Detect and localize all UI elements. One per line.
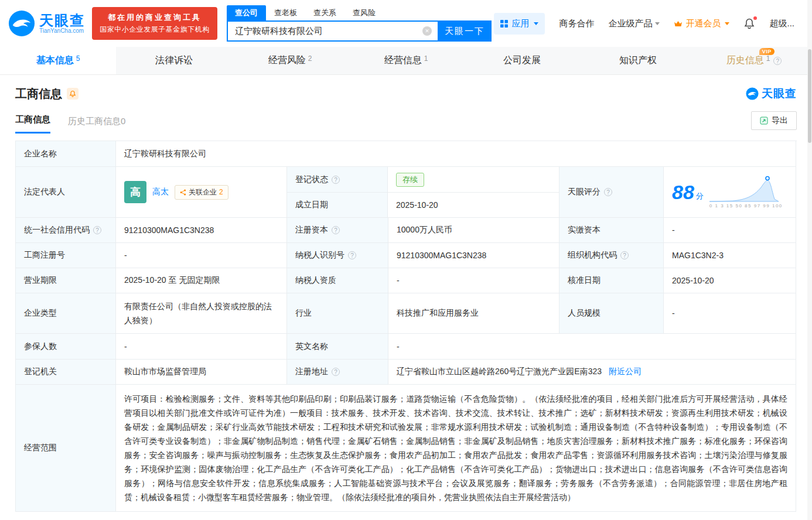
tianyancha-logo[interactable]: 天眼查 TianYanCha.com [8, 10, 85, 37]
field-value-reg-number: - [116, 243, 287, 268]
export-button[interactable]: 导出 [751, 111, 797, 130]
menu-enterprise-products[interactable]: 企业级产品 [608, 18, 660, 29]
search-box: ✕ [227, 20, 438, 42]
search-button[interactable]: 天眼一下 [438, 20, 492, 42]
field-label-paid-capital: 实缴资本 [559, 218, 664, 243]
banner-line2: 国家中小企业发展子基金旗下机构 [92, 25, 217, 35]
subtabs-row: 工商信息 历史工商信息0 导出 [15, 110, 797, 134]
tab-label: 公司发展 [503, 54, 541, 67]
share-icon [180, 189, 186, 196]
search-row: ✕ 天眼一下 [227, 20, 492, 42]
field-value-english-name: - [388, 334, 796, 360]
field-value-reg-status: 存续 [388, 167, 559, 193]
tab-operation-risk[interactable]: 经营风险 2 [232, 47, 348, 74]
subtab-history-business-info[interactable]: 历史工商信息0 [68, 116, 125, 134]
field-label-org-code: 组织机构代码 [559, 243, 664, 268]
score-unit: 分 [696, 191, 704, 201]
help-icon[interactable] [620, 251, 629, 259]
logo-title: 天眼查 [39, 13, 85, 28]
field-value-org-code: MAG1C3N2-3 [664, 243, 796, 268]
brand-name: 天眼查 [762, 86, 797, 101]
section-title: 工商信息 [15, 86, 62, 102]
tab-history-info[interactable]: 历史信息 VIP 1 [696, 47, 812, 74]
help-icon[interactable] [93, 226, 101, 234]
tab-label: 历史信息 [726, 55, 764, 65]
main-tabs: 基本信息 5 法律诉讼 经营风险 2 经营信息 1 公司发展 知识产权 历史信息… [0, 47, 812, 75]
tab-label: 知识产权 [619, 54, 657, 67]
banner-line1: 都在用的商业查询工具 [92, 12, 217, 23]
field-value-company-type: 有限责任公司（非自然人投资或控股的法人独资） [116, 293, 287, 334]
search-tab-boss[interactable]: 查老板 [266, 5, 305, 20]
field-value-business-term: 2025-10-20 至 无固定期限 [116, 268, 287, 293]
field-value-company-name: 辽宁鞍研科技有限公司 [116, 141, 796, 167]
header-menu: 应用 商务合作 企业级产品 开通会员 超级... [494, 13, 812, 35]
field-label-reg-status: 登记状态 [287, 167, 388, 193]
help-icon[interactable] [348, 251, 356, 259]
menu-super[interactable]: 超级... [769, 18, 794, 29]
logo-text: 天眼查 TianYanCha.com [39, 13, 85, 34]
field-value-insured-count: - [116, 334, 287, 360]
scrollbar-thumb[interactable] [808, 49, 811, 143]
search-tabs: 查公司 查老板 查关系 查风险 [227, 5, 492, 20]
field-value-business-scope: 许可项目：检验检测服务；文件、资料等其他印刷品印刷；印刷品装订服务；道路货物运输… [116, 385, 796, 512]
nearby-companies-link[interactable]: 附近公司 [609, 367, 642, 377]
notification-bell[interactable] [743, 18, 755, 29]
help-icon[interactable] [332, 226, 340, 234]
tab-legal-litigation[interactable]: 法律诉讼 [116, 47, 232, 74]
help-icon[interactable] [332, 176, 340, 184]
subtab-business-info[interactable]: 工商信息 [15, 114, 50, 134]
business-info-table: 企业名称 辽宁鞍研科技有限公司 法定代表人 高 高太 关联企业 2 [15, 141, 797, 512]
chevron-down-icon [655, 22, 660, 25]
field-value-industry: 科技推广和应用服务业 [388, 293, 559, 334]
search-tab-relation[interactable]: 查关系 [305, 5, 344, 20]
section-header: 工商信息 天眼查 [15, 83, 797, 104]
tab-count: 1 [424, 54, 428, 63]
logo-icon [746, 87, 759, 100]
crown-icon [674, 20, 683, 27]
chevron-down-icon [725, 22, 729, 25]
tab-count: 1 [766, 54, 770, 63]
field-value-score: 88 分 0 1 3 15 50 85 97 99 100 [664, 167, 796, 218]
apps-button[interactable]: 应用 [494, 13, 545, 35]
tab-intellectual-property[interactable]: 知识产权 [580, 47, 696, 74]
tab-label: 经营风险 [268, 54, 306, 67]
field-label-staff-size: 人员规模 [559, 293, 664, 334]
field-label-industry: 行业 [287, 293, 388, 334]
tab-operation-info[interactable]: 经营信息 1 [348, 47, 464, 74]
field-value-taxpayer-id: 91210300MAG1C3N238 [388, 243, 559, 268]
help-icon[interactable] [604, 188, 612, 196]
apps-label: 应用 [511, 18, 529, 29]
search-tab-company[interactable]: 查公司 [227, 5, 266, 20]
status-badge: 存续 [396, 173, 424, 187]
field-value-reg-authority: 鞍山市市场监督管理局 [116, 360, 287, 385]
vip-label: 开通会员 [685, 18, 721, 29]
field-label-company-type: 企业类型 [16, 293, 116, 334]
menu-cooperation[interactable]: 商务合作 [559, 18, 594, 29]
related-companies-tag[interactable]: 关联企业 2 [175, 185, 228, 200]
scrollbar-track[interactable] [807, 0, 812, 520]
tab-basic-info[interactable]: 基本信息 5 [0, 47, 116, 74]
clear-icon[interactable]: ✕ [422, 26, 432, 36]
legal-rep-link[interactable]: 高太 [152, 187, 169, 197]
field-value-staff-size: - [664, 293, 796, 334]
score-curve-chart: 0 1 3 15 50 85 97 99 100 [709, 176, 783, 208]
tab-company-development[interactable]: 公司发展 [464, 47, 580, 74]
tab-label: 法律诉讼 [155, 54, 193, 67]
export-label: 导出 [772, 115, 788, 126]
promo-banner: 都在用的商业查询工具 国家中小企业发展子基金旗下机构 [92, 7, 217, 40]
status-date-cell: 登记状态 存续 成立日期 2025-10-20 [287, 167, 559, 218]
field-value-reg-address: 辽宁省鞍山市立山区越岭路260号辽宁激光产业园E南323 附近公司 [388, 360, 796, 385]
search-tab-risk[interactable]: 查风险 [344, 5, 384, 20]
field-value-reg-capital: 10000万人民币 [388, 218, 559, 243]
avatar[interactable]: 高 [124, 181, 146, 203]
tab-count: 5 [76, 54, 80, 63]
field-label-legal-rep: 法定代表人 [16, 167, 116, 218]
help-icon[interactable] [332, 368, 340, 376]
help-icon[interactable] [773, 57, 782, 65]
search-input[interactable] [227, 20, 438, 42]
grid-icon [500, 20, 508, 28]
subscribe-bell-button[interactable] [67, 88, 79, 100]
related-label: 关联企业 [189, 187, 217, 197]
field-label-business-scope: 经营范围 [16, 385, 116, 512]
menu-open-vip[interactable]: 开通会员 [674, 18, 729, 29]
